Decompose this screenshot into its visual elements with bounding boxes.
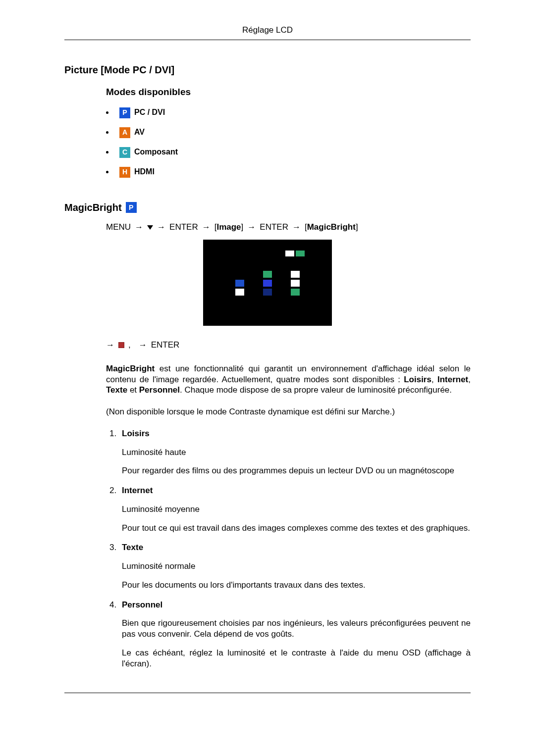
osd-square — [263, 271, 272, 278]
magicbright-description: MagicBright est une fonctionnalité qui g… — [106, 363, 471, 396]
item-title: Internet — [122, 485, 471, 496]
mode-name: Texte — [106, 385, 127, 395]
footer-rule — [64, 693, 471, 693]
modes-list: PC / DVI AV Composant HDMI — [106, 107, 471, 178]
note-bold1: Contraste dynamique — [229, 407, 310, 416]
osd-square — [235, 280, 244, 287]
note-bold2: Marche — [362, 407, 390, 416]
osd-square — [291, 280, 300, 287]
para1-tail: . Chaque mode dispose de sa propre valeu… — [180, 385, 452, 395]
mode-label: AV — [134, 127, 145, 137]
menu-breadcrumb-1: MENU → → ENTER → [Image] → ENTER → [Magi… — [106, 222, 471, 233]
osd-square — [291, 271, 300, 278]
magicbright-bread-label: MagicBright — [307, 222, 356, 232]
mode-p-icon — [126, 202, 137, 213]
menu-label: MENU — [106, 222, 131, 233]
magicbright-modes-list: Loisirs Luminosité haute Pour regarder d… — [106, 428, 471, 669]
page: Réglage LCD Picture [Mode PC / DVI] Mode… — [0, 0, 535, 756]
modes-heading: Modes disponibles — [106, 86, 471, 98]
osd-square — [285, 251, 294, 256]
magicbright-title: MagicBright — [64, 202, 122, 214]
item-line: Pour regarder des films ou des programme… — [122, 465, 471, 476]
arrow-right-icon: → — [135, 222, 143, 233]
mode-c-icon — [119, 147, 130, 158]
list-item: Loisirs Luminosité haute Pour regarder d… — [119, 428, 471, 476]
item-title: Loisirs — [122, 428, 471, 439]
arrow-right-icon: → — [202, 222, 211, 233]
mode-a-icon — [119, 127, 130, 138]
bracket-group: [MagicBright] — [305, 222, 358, 233]
arrow-right-icon: → — [292, 222, 301, 233]
note-pre: (Non disponible lorsque le mode — [106, 407, 229, 416]
mode-label: Composant — [134, 147, 178, 157]
bracket-group: [Image] — [214, 222, 244, 233]
list-item: Personnel Bien que rigoureusement choisi… — [119, 600, 471, 669]
comma: , — [128, 340, 131, 351]
bullet-icon — [106, 131, 108, 134]
bullet-icon — [106, 151, 108, 153]
down-arrow-icon — [147, 225, 153, 230]
header-rule — [64, 40, 471, 40]
enter-label: ENTER — [260, 222, 288, 233]
note-tail: .) — [390, 407, 395, 416]
page-header-title: Réglage LCD — [64, 25, 471, 36]
item-line: Le cas échéant, réglez la luminosité et … — [122, 648, 471, 669]
osd-square — [235, 289, 244, 296]
magicbright-bold: MagicBright — [106, 364, 155, 373]
item-line: Luminosité moyenne — [122, 504, 471, 515]
osd-square — [296, 251, 305, 256]
osd-square — [263, 280, 272, 287]
arrow-right-icon: → — [157, 222, 165, 233]
mode-label: PC / DVI — [134, 107, 165, 117]
arrow-right-icon: → — [106, 340, 114, 351]
mode-label: HDMI — [134, 167, 155, 177]
enter-label: ENTER — [169, 222, 198, 233]
arrow-right-icon: → — [139, 340, 147, 351]
osd-preview-image — [203, 240, 332, 326]
enter-label: ENTER — [151, 340, 180, 351]
menu-breadcrumb-2: → , → ENTER — [106, 340, 471, 351]
mode-item-hdmi: HDMI — [106, 167, 471, 178]
section-title: Picture [Mode PC / DVI] — [64, 64, 471, 77]
item-title: Personnel — [122, 600, 471, 610]
mode-name: Loisirs — [404, 375, 431, 384]
list-item: Texte Luminosité normale Pour les docume… — [119, 542, 471, 590]
bullet-icon — [106, 111, 108, 114]
mode-h-icon — [119, 167, 130, 178]
arrow-right-icon: → — [247, 222, 256, 233]
mode-name: Personnel — [139, 385, 180, 395]
bullet-icon — [106, 171, 108, 173]
item-line: Luminosité normale — [122, 561, 471, 572]
mode-name: Internet — [437, 375, 468, 384]
image-label: Image — [216, 222, 241, 232]
osd-square — [263, 289, 272, 296]
note-text: (Non disponible lorsque le mode Contrast… — [106, 406, 471, 417]
magicbright-heading: MagicBright — [64, 202, 141, 214]
mode-item-composant: Composant — [106, 147, 471, 158]
mode-item-pc-dvi: PC / DVI — [106, 107, 471, 118]
osd-square — [291, 289, 300, 296]
item-line: Luminosité haute — [122, 447, 471, 458]
item-line: Pour les documents ou lors d'importants … — [122, 580, 471, 591]
item-title: Texte — [122, 542, 471, 553]
item-line: Bien que rigoureusement choisies par nos… — [122, 618, 471, 640]
list-item: Internet Luminosité moyenne Pour tout ce… — [119, 485, 471, 533]
mode-p-icon — [119, 107, 130, 118]
osd-menu-icon — [118, 342, 124, 348]
item-line: Pour tout ce qui est travail dans des im… — [122, 523, 471, 534]
mode-item-av: AV — [106, 127, 471, 138]
note-mid2: est défini sur — [309, 407, 362, 416]
